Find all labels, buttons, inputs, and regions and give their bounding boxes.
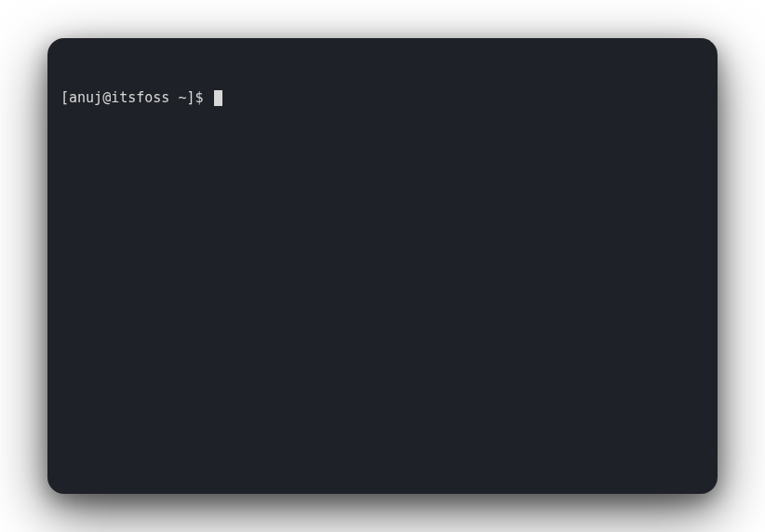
shell-prompt: [anuj@itsfoss ~]$ (60, 88, 212, 108)
terminal-window[interactable]: [anuj@itsfoss ~]$ (47, 38, 718, 494)
cursor-icon (214, 90, 222, 106)
terminal-content: [anuj@itsfoss ~]$ (60, 49, 705, 147)
prompt-line[interactable]: [anuj@itsfoss ~]$ (60, 88, 705, 108)
